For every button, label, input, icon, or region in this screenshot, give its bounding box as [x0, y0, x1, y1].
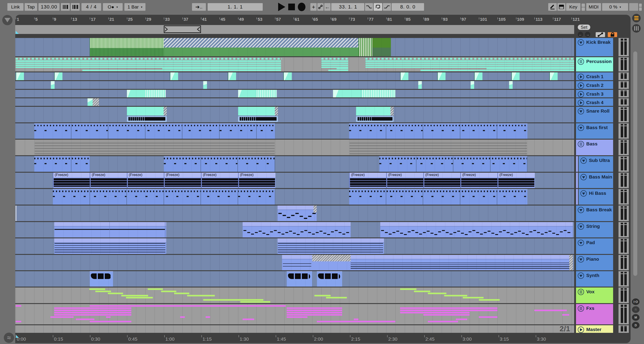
fx-note-bar[interactable] [423, 314, 470, 316]
lane-vox[interactable] [15, 288, 574, 303]
scrub-area[interactable] [15, 25, 574, 34]
track-header-main[interactable]: Snare Roll [576, 107, 613, 122]
cpu-meter[interactable]: 0 %▾ [602, 3, 628, 11]
fx-note-bar[interactable] [54, 310, 132, 311]
automation-arm-button[interactable] [317, 3, 324, 11]
vox-note-bar[interactable] [148, 288, 163, 290]
lane-crash-3[interactable] [15, 90, 574, 97]
fx-note-bar[interactable] [206, 316, 210, 318]
track-header-main[interactable]: Bass Break [576, 205, 613, 221]
clip-bass-main[interactable]: (Freeze) [90, 173, 127, 188]
punch-in-button[interactable] [365, 3, 373, 11]
track-header-main[interactable]: Bass first [576, 123, 613, 139]
fx-note-bar[interactable] [534, 310, 567, 311]
track-fold-icon[interactable] [580, 158, 587, 164]
clip-bass-main[interactable]: (Freeze) [423, 173, 461, 188]
clip-bass-main[interactable]: (Freeze) [53, 173, 90, 188]
groove-pool-icon[interactable] [61, 3, 70, 11]
clip-bass-main[interactable]: (Freeze) [386, 173, 424, 188]
clip-kick-break[interactable] [164, 38, 358, 56]
prev-marker-button[interactable]: ← [578, 32, 583, 37]
mixer-menu-button[interactable] [632, 14, 641, 22]
clip-hi-bass[interactable] [349, 189, 528, 205]
arrangement-position-field[interactable]: 1. 1. 1 [208, 3, 263, 11]
draw-mode-button[interactable] [548, 3, 557, 11]
fx-note-bar[interactable] [16, 305, 21, 307]
vertical-scrollbar[interactable] [633, 51, 637, 276]
clip-hi-bass[interactable] [53, 189, 275, 205]
track-header-main[interactable]: Piano [576, 255, 613, 270]
clip-percussion[interactable] [366, 57, 574, 71]
clip-crash-2[interactable] [509, 81, 513, 89]
track-fold-icon[interactable] [578, 240, 584, 246]
clip-crash-3[interactable] [238, 90, 277, 97]
fx-note-bar[interactable] [242, 319, 254, 320]
midi-map-button[interactable]: MIDI [586, 3, 601, 11]
fx-note-bar[interactable] [106, 316, 111, 318]
vox-note-bar[interactable] [121, 295, 148, 296]
clip-sub-ultra[interactable] [164, 156, 275, 172]
clip-crash-1[interactable] [54, 72, 62, 80]
vox-note-bar[interactable] [314, 295, 330, 296]
lane-bass-first[interactable] [15, 123, 574, 139]
clip-bass-first[interactable] [349, 123, 528, 139]
lane-crash-1[interactable] [15, 72, 574, 80]
clip-crash-1[interactable] [228, 72, 236, 80]
vox-note-bar[interactable] [187, 295, 215, 296]
track-header-main[interactable]: Crash 2 [576, 81, 613, 89]
clip-crash-1[interactable] [170, 72, 178, 80]
clip-crash-1[interactable] [549, 72, 558, 80]
track-header-main[interactable]: Vox [576, 288, 613, 303]
mixer-section-button-io[interactable]: I·O [632, 298, 640, 305]
punch-out-button[interactable] [383, 3, 391, 11]
clip-crash-1[interactable] [16, 72, 24, 80]
mixer-section-button-r[interactable]: R [632, 306, 640, 313]
follow-button[interactable]: ➔‥ [192, 3, 206, 11]
clip-crash-1[interactable] [474, 72, 482, 80]
track-header-fxs[interactable]: Fxs [576, 304, 629, 324]
vox-note-bar[interactable] [240, 301, 270, 303]
lane-master[interactable]: 2/1 [15, 325, 574, 333]
time-signature-field[interactable]: 4 / 4 [82, 3, 101, 11]
track-menu-icon[interactable] [578, 58, 584, 65]
track-fold-icon[interactable] [580, 174, 587, 180]
track-fold-icon[interactable] [578, 39, 584, 46]
vox-note-bar[interactable] [126, 297, 153, 298]
clip-piano[interactable] [282, 255, 573, 270]
lane-kick-break[interactable] [15, 38, 574, 56]
key-split-bottom[interactable] [582, 7, 585, 11]
clip-crash-3[interactable] [333, 90, 396, 97]
track-header-bass[interactable]: Bass [576, 140, 629, 155]
loop-brace[interactable] [164, 25, 201, 33]
fx-note-bar[interactable] [479, 316, 498, 318]
fx-note-bar[interactable] [287, 316, 308, 318]
track-header-main[interactable]: Pad [576, 238, 613, 254]
clip-crash-2[interactable] [51, 81, 54, 89]
fx-note-bar[interactable] [76, 319, 94, 320]
track-header-bass-main[interactable]: Bass Main [576, 173, 629, 188]
vox-note-bar[interactable] [326, 297, 347, 298]
vox-note-bar[interactable] [161, 291, 176, 292]
record-button[interactable] [297, 3, 306, 11]
clip-snare-roll[interactable] [238, 107, 278, 122]
lane-pad[interactable] [15, 238, 574, 254]
lane-synth[interactable] [15, 271, 574, 287]
lane-sub-ultra[interactable] [15, 156, 574, 172]
clip-bass-first[interactable] [34, 123, 275, 139]
track-fold-icon[interactable] [578, 256, 584, 262]
vox-note-bar[interactable] [89, 288, 105, 290]
vox-note-bar[interactable] [444, 295, 468, 296]
tap-tempo-button[interactable]: Tap [24, 3, 37, 11]
clip-percussion[interactable] [321, 57, 349, 71]
clip-bass[interactable] [349, 140, 528, 155]
link-button[interactable]: Link [8, 3, 24, 11]
vox-note-bar[interactable] [414, 291, 430, 292]
track-header-main[interactable]: String [576, 222, 613, 237]
link-tracks-button[interactable] [596, 32, 605, 37]
track-header-main[interactable]: Crash 4 [576, 98, 613, 106]
clip-bass-break[interactable] [278, 205, 317, 221]
track-header-kick-break[interactable]: Kick Break [576, 38, 629, 56]
clip-crash-1[interactable] [283, 72, 292, 80]
clip-synth[interactable] [90, 271, 113, 287]
clip-bass-main[interactable]: (Freeze) [460, 173, 498, 188]
